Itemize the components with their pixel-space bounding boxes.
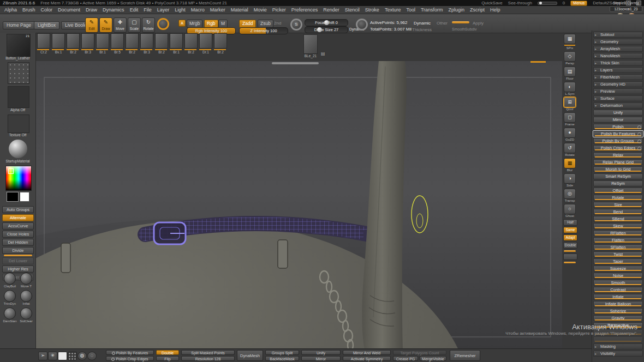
lightbox-button[interactable]: LightBox [34,21,59,29]
deform-item-sflatten[interactable]: SFlatten [593,244,643,250]
menu-draw[interactable]: Draw [83,7,100,13]
tool-section-layers[interactable]: ▸Layers [593,67,643,73]
deform-item-noise[interactable]: Noise [593,273,643,279]
strip-menu-icon[interactable]: ▤ [321,51,325,56]
bottom-resolution-slider[interactable]: Resolution 128 [181,356,235,361]
brush-thumb[interactable]: Br.2 [155,33,168,61]
tray-gozd-button[interactable]: ●GoZD [564,128,576,142]
see-through-slider[interactable] [538,2,557,5]
brush-thumb[interactable]: Br.2 [67,33,80,61]
tray-floor-button[interactable]: ▤Floor [564,67,576,81]
brush-thumb[interactable]: Br.3 [140,33,153,61]
left-button-alternate[interactable]: Alternate [2,214,34,221]
row-slider[interactable] [595,249,641,250]
menu-file[interactable]: File [141,7,154,13]
quick-brush-claybuil[interactable]: ClayBuil [2,273,18,288]
brush-thumb[interactable]: Br.2 [126,33,139,61]
tray-l-sym-button[interactable]: ◐L.Sym [564,82,576,96]
rgb-button[interactable]: Rgb [204,20,218,28]
bottom-polish-by-features[interactable]: Polish By Features [106,350,154,355]
deform-item-offset[interactable]: Offset [593,188,643,194]
row-toggle[interactable] [637,125,641,129]
deform-item-rotate[interactable]: Rotate [593,195,643,201]
row-slider[interactable] [595,164,641,165]
deform-item-relax[interactable]: Relax [593,152,643,158]
deform-item-polish-by-groups[interactable]: Polish By Groups [593,138,643,144]
tool-section-geometry-hd[interactable]: ▸Geometry HD [593,81,643,87]
tool-section-subtool[interactable]: ▸Subtool [593,32,643,38]
row-slider[interactable] [595,319,641,321]
menu-zplugin[interactable]: Zplugin [446,7,468,13]
row-slider[interactable] [595,298,641,299]
menu-stencil[interactable]: Stencil [342,7,362,13]
row-toggle[interactable] [637,140,641,143]
deform-item-taper[interactable]: Taper [593,258,643,264]
row-slider[interactable] [595,171,641,172]
deform-item-row-43[interactable] [593,336,643,342]
row-slider[interactable] [595,291,641,292]
tool-section-surface[interactable]: ▸Surface [593,95,643,101]
deform-item-inflate-balloon[interactable]: Inflate Balloon [593,301,643,307]
menu-macro[interactable]: Macro [188,7,207,13]
quick-brush-move-t[interactable]: Move T [18,273,34,288]
tool-section-masking[interactable]: ▸Masking [593,343,643,349]
tray-half-button[interactable]: Half [563,219,577,226]
row-slider[interactable] [595,242,641,243]
menu-transform[interactable]: Transform [418,7,446,13]
bottom-unify-button[interactable]: Unify [301,350,341,355]
row-slider[interactable] [595,220,641,221]
deform-item-skew[interactable]: Skew [593,223,643,229]
color-picker-cursor[interactable] [8,168,14,174]
menu-brush[interactable]: Brush [20,7,38,13]
quicksave-button[interactable]: QuickSave [481,1,503,5]
row-slider[interactable] [595,206,641,207]
tool-section-preview[interactable]: ▸Preview [593,88,643,94]
mrgb-button[interactable]: Mrgb [187,20,202,28]
deform-item-sbend[interactable]: SBend [593,216,643,222]
mode-rotate-button[interactable]: ↻Rotate [142,17,155,33]
row-slider[interactable] [595,234,641,236]
deform-item-resym[interactable]: ReSym [593,180,643,186]
row-slider[interactable] [595,128,641,129]
dynamic2-label[interactable]: Dynamic [414,21,431,26]
menu-marker[interactable]: Marker [207,7,228,13]
row-slider[interactable] [595,213,641,214]
menu-color[interactable]: Color [38,7,56,13]
tool-section-thick-skin[interactable]: ▸Thick Skin [593,60,643,66]
tray-slider-bar-2[interactable] [564,262,576,263]
menu-light[interactable]: Light [172,7,188,13]
deform-item-unify[interactable]: Unify [593,110,643,116]
deform-item-contrast[interactable]: Contrast [593,287,643,293]
row-slider[interactable] [595,192,641,193]
deform-item-row-42[interactable] [593,329,643,335]
brush-thumb[interactable]: Dr.1 [199,33,212,61]
quick-brush-stdclear[interactable]: StdClear [18,307,34,323]
tool-section-arraymesh[interactable]: ▸ArrayMesh [593,46,643,52]
pointer-tool-icon[interactable]: ➣ [38,352,47,360]
apply-button[interactable]: Apply [473,21,484,26]
bottom-double-button[interactable]: Double [156,350,179,355]
viewport-3d[interactable] [36,61,562,349]
left-button-accucurve[interactable]: AccuCurve [2,222,34,230]
viewport-canvas[interactable] [36,61,562,349]
row-slider[interactable] [595,156,641,158]
texture-thumb[interactable] [8,114,29,133]
tray-transp-button[interactable]: ◎Transp [564,189,576,203]
brush-thumb[interactable]: Br.5 [111,33,124,61]
row-slider[interactable] [595,334,641,335]
row-slider[interactable] [595,142,641,143]
tray-same-button[interactable]: Same [563,227,577,233]
brush-thumb[interactable]: Br.2 [214,33,227,61]
deform-item-polish-by-features[interactable]: Polish By Features [593,131,643,137]
quick-brush-inflat[interactable]: Inflat [18,290,34,306]
row-slider[interactable] [595,312,641,313]
tray-persp-button[interactable]: ◇Persp [564,51,576,65]
row-toggle[interactable] [637,132,641,136]
tray-spix-slider[interactable] [564,45,575,46]
menu-edit[interactable]: Edit [127,7,141,13]
row-slider[interactable] [595,305,641,306]
menus-button[interactable]: Menus [570,1,587,6]
left-button-higher-res[interactable]: Higher Res [2,266,34,273]
deform-item-inflate[interactable]: Inflate [593,294,643,300]
left-button-auto-groups[interactable]: Auto Groups [2,206,34,213]
